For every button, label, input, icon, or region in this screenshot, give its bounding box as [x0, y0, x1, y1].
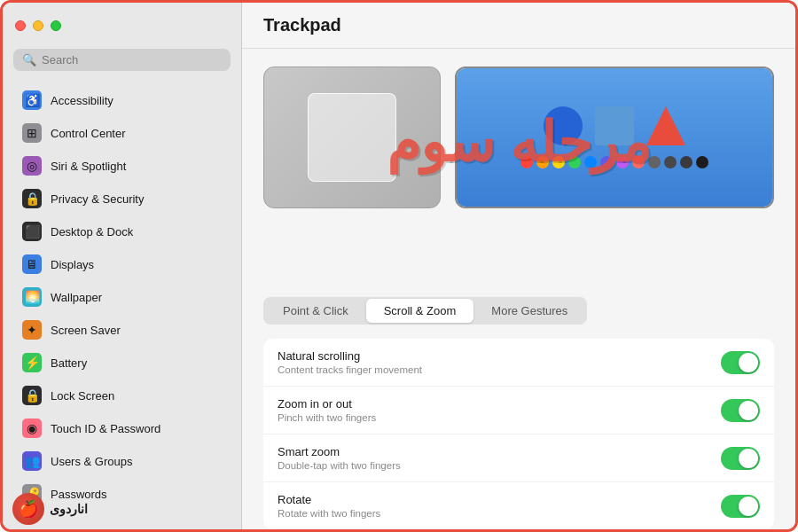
search-icon: 🔍: [22, 53, 36, 66]
demo-screen: [455, 66, 774, 208]
shape-circle: [544, 106, 583, 145]
bottom-logo: 🍎 اناردوی: [12, 493, 88, 525]
sidebar-label-wallpaper: Wallpaper: [51, 291, 102, 304]
sidebar-label-siri-spotlight: Siri & Spotlight: [51, 160, 126, 173]
color-dot: [632, 156, 645, 168]
sidebar-label-screen-saver: Screen Saver: [51, 324, 121, 337]
sidebar-label-users-groups: Users & Groups: [51, 455, 132, 468]
sidebar-item-lock-screen[interactable]: 🔒 Lock Screen: [10, 379, 234, 411]
setting-row-smart-zoom: Smart zoom Double-tap with two fingers: [263, 434, 774, 482]
settings-card: Natural scrolling Content tracks finger …: [263, 339, 774, 529]
setting-info-smart-zoom: Smart zoom Double-tap with two fingers: [278, 445, 401, 471]
sidebar-label-displays: Displays: [51, 258, 94, 271]
logo-text: اناردوی: [50, 502, 88, 516]
close-button[interactable]: [15, 20, 26, 31]
tab-point-click[interactable]: Point & Click: [265, 299, 366, 323]
color-dot: [616, 156, 629, 168]
setting-row-rotate: Rotate Rotate with two fingers: [263, 482, 774, 529]
toggle-rotate[interactable]: [721, 495, 760, 518]
toggle-zoom-in-out[interactable]: [721, 399, 760, 422]
trackpad-visual: [263, 66, 441, 208]
setting-title-rotate: Rotate: [278, 493, 380, 506]
color-dot: [648, 156, 661, 168]
sidebar-label-battery: Battery: [51, 356, 87, 370]
sidebar-icon-battery: ⚡: [22, 353, 42, 372]
main-title-bar: Trackpad: [242, 3, 795, 49]
main-content: Trackpad: [242, 3, 795, 529]
color-dot: [680, 156, 692, 168]
setting-title-natural-scrolling: Natural scrolling: [278, 349, 422, 363]
sidebar-item-users-groups[interactable]: 👥 Users & Groups: [10, 445, 234, 477]
color-dot: [536, 156, 549, 168]
sidebar-label-desktop-dock: Desktop & Dock: [51, 225, 133, 239]
sidebar-item-desktop-dock[interactable]: ⬛ Desktop & Dock: [10, 215, 234, 247]
color-dot: [600, 156, 613, 168]
sidebar-icon-desktop-dock: ⬛: [22, 222, 42, 241]
setting-desc-smart-zoom: Double-tap with two fingers: [278, 460, 401, 471]
setting-info-zoom-in-out: Zoom in or out Pinch with two fingers: [278, 397, 376, 423]
color-dot: [552, 156, 565, 168]
sidebar-item-privacy-security[interactable]: 🔒 Privacy & Security: [10, 183, 234, 215]
sidebar-item-siri-spotlight[interactable]: ◎ Siri & Spotlight: [10, 150, 234, 182]
sidebar-icon-screen-saver: ✦: [22, 320, 42, 340]
toggle-smart-zoom[interactable]: [721, 447, 760, 470]
title-bar: [3, 3, 241, 49]
color-dot: [664, 156, 677, 168]
sidebar-item-control-center[interactable]: ⊞ Control Center: [10, 117, 234, 149]
demo-screen-inner: [457, 68, 772, 207]
sidebar-icon-displays: 🖥: [22, 254, 42, 274]
setting-info-rotate: Rotate Rotate with two fingers: [278, 493, 380, 519]
sidebar-item-wallpaper[interactable]: 🌅 Wallpaper: [10, 281, 234, 313]
sidebar-label-lock-screen: Lock Screen: [51, 389, 114, 403]
sidebar-item-displays[interactable]: 🖥 Displays: [10, 248, 234, 280]
tab-bar: Point & ClickScroll & ZoomMore Gestures: [263, 297, 587, 325]
sidebar-list: ♿ Accessibility ⊞ Control Center ◎ Siri …: [3, 80, 241, 529]
color-dot: [520, 156, 533, 168]
sidebar-label-privacy-security: Privacy & Security: [51, 192, 144, 206]
demo-shapes: [544, 106, 685, 145]
sidebar-icon-lock-screen: 🔒: [22, 386, 42, 405]
setting-info-natural-scrolling: Natural scrolling Content tracks finger …: [278, 349, 422, 375]
main-window: 🔍 ♿ Accessibility ⊞ Control Center ◎ Sir…: [3, 3, 795, 529]
sidebar-item-accessibility[interactable]: ♿ Accessibility: [10, 84, 234, 116]
toggle-natural-scrolling[interactable]: [721, 351, 760, 374]
sidebar-label-touch-id: Touch ID & Password: [51, 422, 160, 435]
maximize-button[interactable]: [51, 20, 61, 31]
setting-desc-zoom-in-out: Pinch with two fingers: [278, 412, 376, 423]
sidebar-icon-users-groups: 👥: [22, 451, 42, 471]
sidebar-label-control-center: Control Center: [51, 127, 126, 140]
setting-row-natural-scrolling: Natural scrolling Content tracks finger …: [263, 339, 774, 387]
sidebar-item-screen-saver[interactable]: ✦ Screen Saver: [10, 314, 234, 346]
sidebar-icon-privacy-security: 🔒: [22, 189, 42, 208]
sidebar-label-accessibility: Accessibility: [51, 94, 113, 107]
setting-title-zoom-in-out: Zoom in or out: [278, 397, 376, 411]
demo-color-bar: [520, 156, 708, 168]
sidebar-icon-touch-id: ◉: [22, 419, 42, 438]
trackpad-preview: [263, 66, 774, 208]
search-input[interactable]: [42, 53, 222, 66]
main-body: مرحله سوم Point & ClickScroll & ZoomMore…: [242, 49, 795, 529]
sidebar-icon-wallpaper: 🌅: [22, 287, 42, 307]
sidebar-item-battery[interactable]: ⚡ Battery: [10, 347, 234, 379]
sidebar-icon-accessibility: ♿: [22, 90, 42, 110]
sidebar-item-touch-id[interactable]: ◉ Touch ID & Password: [10, 412, 234, 444]
setting-desc-natural-scrolling: Content tracks finger movement: [278, 364, 422, 375]
search-box[interactable]: 🔍: [13, 49, 231, 71]
tab-scroll-zoom[interactable]: Scroll & Zoom: [366, 299, 474, 323]
setting-row-zoom-in-out: Zoom in or out Pinch with two fingers: [263, 387, 774, 434]
minimize-button[interactable]: [33, 20, 43, 31]
tab-more-gestures[interactable]: More Gestures: [473, 299, 585, 323]
setting-desc-rotate: Rotate with two fingers: [278, 508, 380, 519]
sidebar-icon-control-center: ⊞: [22, 123, 42, 143]
color-dot: [568, 156, 581, 168]
sidebar: 🔍 ♿ Accessibility ⊞ Control Center ◎ Sir…: [3, 3, 242, 529]
color-dot: [584, 156, 597, 168]
shape-triangle: [646, 106, 685, 145]
setting-title-smart-zoom: Smart zoom: [278, 445, 401, 458]
logo-icon: 🍎: [12, 493, 44, 525]
color-dot: [696, 156, 708, 168]
shape-square: [595, 106, 634, 145]
page-title: Trackpad: [263, 15, 341, 35]
sidebar-icon-siri-spotlight: ◎: [22, 156, 42, 176]
trackpad-inner: [308, 93, 396, 182]
